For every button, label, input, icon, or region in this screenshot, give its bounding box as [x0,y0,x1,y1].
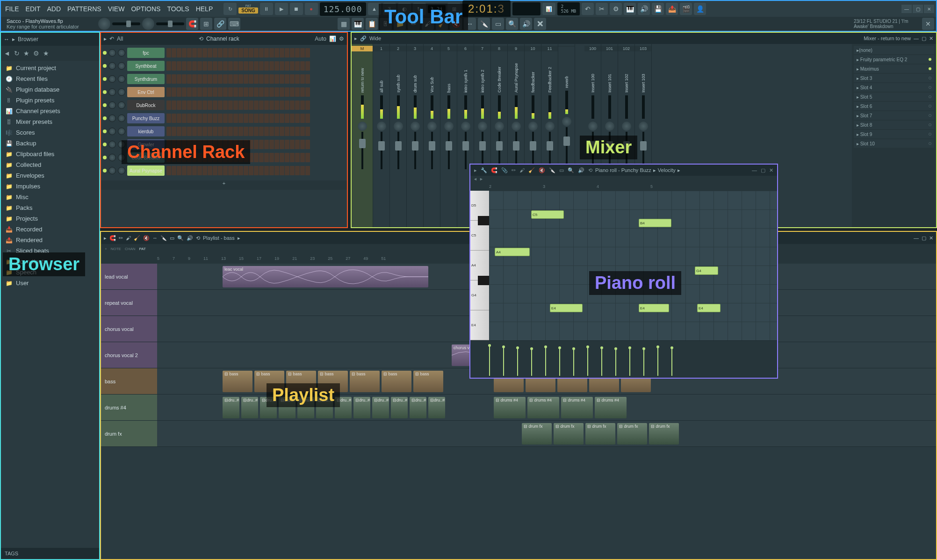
step-cell[interactable] [305,114,310,123]
midi-note[interactable]: E4 [639,304,669,312]
step-cell[interactable] [274,166,279,175]
mixer-fader[interactable] [640,141,647,151]
step-cell[interactable] [264,140,269,149]
step-cell[interactable] [223,61,228,71]
pr-minimize-icon[interactable]: — [751,167,758,173]
pl-tool-slice-icon[interactable]: 🔪 [160,235,167,241]
step-cell[interactable] [218,140,223,149]
step-cell[interactable] [208,101,212,110]
step-cell[interactable] [213,101,217,110]
export-icon[interactable]: 📤 [666,3,678,15]
main-volume-knob[interactable] [98,18,110,30]
step-cell[interactable] [177,140,181,149]
browser-item[interactable]: 📥Recorded [1,224,99,235]
stop-button[interactable]: ⏹ [290,3,303,15]
step-cell[interactable] [285,114,289,123]
pattern-clip[interactable]: ⊟ drum fx [649,423,679,445]
step-cell[interactable] [182,127,187,136]
pause-button[interactable]: ⏸ [260,3,273,15]
channel-mute-led[interactable] [103,90,107,94]
step-icon[interactable]: ⊞ [447,3,461,15]
channel-button[interactable]: Growler [127,139,165,150]
piano-keys[interactable]: D5C5A4G4E4 [470,191,489,340]
channel-button[interactable]: fpc [127,48,165,58]
browser-item[interactable]: 💾Backup [1,138,99,149]
grid-icon[interactable]: ⊞ [200,18,212,30]
step-cell[interactable] [197,114,202,123]
step-cell[interactable] [172,114,176,123]
pattern-clip[interactable]: ⊟dru..#3 [279,397,296,418]
cr-options-icon[interactable]: ⚙ [339,36,344,42]
mixer-pan-knob[interactable] [478,122,487,131]
channel-pan-knob[interactable] [108,128,116,135]
step-cell[interactable] [187,61,192,71]
step-cell[interactable] [244,101,248,110]
step-cell[interactable] [269,87,274,97]
step-cell[interactable] [264,61,269,71]
step-cell[interactable] [197,127,202,136]
pr-erase-icon[interactable]: 🧹 [527,167,536,173]
mixer-link-icon[interactable]: 🔗 [360,36,367,42]
pr-chevron2-icon[interactable]: ▸ [678,167,680,173]
step-cell[interactable] [208,48,212,57]
channel-mute-led[interactable] [103,77,107,81]
step-cell[interactable] [228,48,233,57]
pitch-knob[interactable] [142,18,154,30]
step-cell[interactable] [238,48,243,57]
mixer-fader[interactable] [395,141,402,151]
mixer-pan-knob[interactable] [622,122,631,131]
step-cell[interactable] [202,127,207,136]
step-cell[interactable] [249,87,253,97]
browser-item[interactable]: 📁Soundfonts [1,256,99,267]
midi-note[interactable]: E4 [550,304,583,312]
step-cell[interactable] [238,114,243,123]
pattern-clip[interactable]: ⊟dru..#3 [353,397,370,418]
mixer-track[interactable]: 5 bass [440,44,457,227]
pl-tool-select-icon[interactable]: ▭ [170,235,174,241]
step-cell[interactable] [202,114,207,123]
step-cell[interactable] [300,61,305,71]
channel-mute-led[interactable] [103,64,107,68]
step-cell[interactable] [295,87,300,97]
mixer-pan-knob[interactable] [427,122,437,131]
step-cell[interactable] [280,166,284,175]
channel-pan-knob[interactable] [108,101,116,109]
view-playlist-icon[interactable]: ▦ [338,18,350,30]
channel-mute-led[interactable] [103,51,107,55]
step-cell[interactable] [259,74,264,84]
step-cell[interactable] [213,166,217,175]
step-cell[interactable] [177,101,181,110]
step-cell[interactable] [218,48,223,57]
pattern-clip[interactable]: ⊟ bass [254,371,284,392]
step-cell[interactable] [223,74,228,84]
step-cell[interactable] [254,153,259,162]
velocity-bar[interactable] [531,349,532,376]
playlist-track-header[interactable]: repeat vocal [101,290,157,316]
step-cell[interactable] [274,87,279,97]
step-cell[interactable] [213,48,217,57]
pattern-clip[interactable]: ⊟ drums #4 [494,397,526,418]
pl-tool-play-icon[interactable]: 🔊 [187,235,193,241]
mixer-track[interactable]: 1 all sub [373,44,390,227]
velocity-bar[interactable] [671,348,672,376]
velocity-bar[interactable] [587,347,588,376]
step-cell[interactable] [280,101,284,110]
record-button[interactable]: ● [305,3,318,15]
pl-loop-icon[interactable]: ⟲ [196,235,200,241]
menu-file[interactable]: FILE [3,5,22,13]
fx-slot[interactable]: ▸ Slot 7 [854,111,934,120]
step-cell[interactable] [208,153,212,162]
step-cell[interactable] [300,114,305,123]
step-cell[interactable] [238,140,243,149]
channel-pan-knob[interactable] [108,49,116,57]
step-cell[interactable] [228,114,233,123]
pattern-clip[interactable]: ⊟dru..#3 [260,397,277,418]
pattern-clip[interactable]: ⊟ drum fx [585,423,615,445]
step-cell[interactable] [218,87,223,97]
step-cell[interactable] [295,101,300,110]
step-cell[interactable] [290,114,295,123]
step-cell[interactable] [290,87,295,97]
step-cell[interactable] [244,114,248,123]
browser-collapse-icon[interactable]: ↔ [4,36,9,43]
step-cell[interactable] [208,166,212,175]
